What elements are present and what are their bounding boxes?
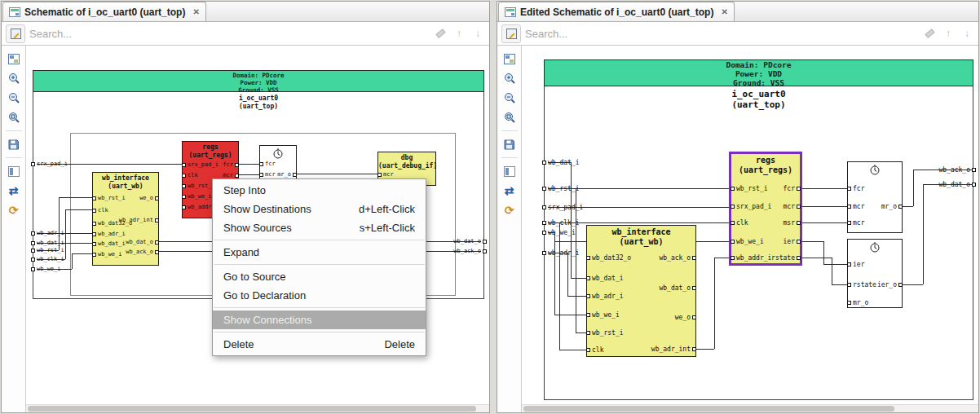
- port-ier[interactable]: ier: [784, 237, 801, 245]
- port-wb_adr_int[interactable]: wb_adr_int: [119, 217, 159, 223]
- port-wb_adr_i[interactable]: wb_adr_i: [586, 292, 624, 300]
- zoom-in-button[interactable]: [500, 69, 519, 87]
- search-next-icon[interactable]: ↓: [960, 26, 974, 41]
- output-pin-wb_dat_o[interactable]: wb_dat_o: [938, 180, 976, 188]
- port-wb_we_i[interactable]: wb_we_i: [182, 193, 212, 200]
- search-mode-button[interactable]: [6, 24, 25, 43]
- port-wb_rst_i[interactable]: wb_rst_i: [92, 195, 126, 201]
- scrollbar-thumb[interactable]: [523, 406, 894, 412]
- port-clk[interactable]: clk: [92, 207, 108, 214]
- port-wb_we_i[interactable]: wb_we_i: [92, 251, 122, 258]
- schematic-canvas[interactable]: Domain: PDcore Power: VDD Ground: VSS i_…: [522, 46, 978, 412]
- port-ier_o[interactable]: ier_o: [877, 280, 903, 288]
- input-pin-srx_pad_i[interactable]: srx_pad_i: [542, 203, 583, 211]
- port-wb_adr_int[interactable]: wb_adr_int: [651, 345, 696, 353]
- port-clk[interactable]: clk: [586, 346, 603, 354]
- search-mode-button[interactable]: [501, 24, 521, 43]
- search-prev-icon[interactable]: ↑: [452, 26, 466, 41]
- port-mr_o[interactable]: mr_o: [881, 202, 903, 210]
- port-mcr[interactable]: mcr: [377, 171, 394, 178]
- input-pin-wb_dat_i[interactable]: wb_dat_i: [542, 158, 580, 166]
- zoom-out-button[interactable]: [500, 89, 519, 107]
- input-pin-srx_pad_i[interactable]: srx_pad_i: [31, 161, 68, 167]
- search-next-icon[interactable]: ↓: [470, 26, 485, 41]
- refresh-button[interactable]: ⟳: [4, 201, 24, 219]
- port-fcr[interactable]: fcr: [223, 161, 239, 168]
- block-wb_interface[interactable]: wb_interface(uart_wb) wb_dat32_o wb_dat_…: [586, 225, 696, 357]
- port-rstate[interactable]: rstate: [847, 280, 876, 288]
- output-pin-wb_ack_o[interactable]: wb_ack_o: [453, 248, 487, 254]
- swap-pins-button[interactable]: ⇄: [4, 182, 24, 200]
- block-wb_interface[interactable]: wb_interface(uart_wb) wb_rst_i clk wb_da…: [92, 172, 159, 266]
- port-wb_dat_o[interactable]: wb_dat_o: [126, 239, 159, 245]
- port-mcr[interactable]: mcr: [847, 202, 864, 210]
- zoom-in-button[interactable]: [4, 69, 24, 87]
- search-input[interactable]: [525, 28, 918, 40]
- input-pin-wb_rst_i[interactable]: wb_rst_i: [542, 184, 580, 192]
- port-we_o[interactable]: we_o: [139, 195, 159, 201]
- input-pin-wb_clk_i[interactable]: wb_clk_i: [31, 256, 64, 262]
- input-pin-wb_dat_i[interactable]: wb_dat_i: [31, 240, 64, 246]
- port-ier[interactable]: ier: [847, 260, 864, 268]
- tab-close-icon[interactable]: ✕: [721, 7, 727, 16]
- port-clk[interactable]: clk: [182, 172, 198, 178]
- input-pin-wb_adr_i[interactable]: wb_adr_i: [542, 249, 580, 257]
- horizontal-scrollbar[interactable]: [522, 404, 978, 412]
- port-msr[interactable]: msr: [784, 218, 801, 227]
- input-pin-wb_rst_i[interactable]: wb_rst_i: [31, 247, 64, 253]
- port-wb_rst_i[interactable]: wb_rst_i: [586, 328, 624, 337]
- overview-button[interactable]: [500, 50, 519, 68]
- block-regs[interactable]: regs(uart_regs) wb_rst_i srx_pad_i clk w…: [729, 152, 802, 266]
- port-mcr[interactable]: mcr: [223, 172, 239, 178]
- zoom-out-button[interactable]: [4, 89, 24, 107]
- menu-item-show-connections[interactable]: Show Connections: [213, 310, 426, 329]
- tab-schematic[interactable]: Schematic of i_oc_uart0 (uart_top) ✕: [2, 2, 206, 21]
- horizontal-scrollbar[interactable]: [26, 404, 489, 412]
- menu-item-delete[interactable]: DeleteDelete: [213, 335, 426, 354]
- port-mcr[interactable]: mcr: [784, 202, 801, 210]
- port-fcr[interactable]: fcr: [847, 184, 864, 192]
- block-clocked2[interactable]: ier rstate mr_o ier_o: [847, 239, 903, 308]
- save-button[interactable]: [500, 135, 519, 153]
- menu-item-show-destinations[interactable]: Show Destinationsd+Left-Click: [213, 200, 426, 218]
- port-wb_we_i[interactable]: wb_we_i: [731, 237, 764, 245]
- port-mcr[interactable]: mcr: [259, 171, 276, 178]
- input-pin-wb_clk_i[interactable]: wb_clk_i: [542, 218, 580, 227]
- port-wb_rst_i[interactable]: wb_rst_i: [731, 184, 768, 192]
- outline-button[interactable]: [500, 162, 519, 180]
- menu-item-go-to-declaration[interactable]: Go to Declaration: [213, 286, 426, 305]
- menu-item-step-into[interactable]: Step Into: [213, 181, 426, 200]
- port-fcr[interactable]: fcr: [259, 161, 276, 167]
- save-button[interactable]: [4, 135, 24, 153]
- input-pin-wb_we_i[interactable]: wb_we_i: [542, 228, 576, 236]
- schematic-canvas[interactable]: Domain: PDcore Power: VDD Ground: VSS i_…: [26, 46, 489, 412]
- port-wb_ack_o[interactable]: wb_ack_o: [659, 253, 696, 262]
- block-clocked1[interactable]: fcr mcr mcr mr_o: [847, 161, 903, 233]
- input-pin-wb_adr_i[interactable]: wb_adr_i: [31, 230, 64, 236]
- port-mr_o[interactable]: mr_o: [277, 171, 297, 178]
- port-wb_ack_o[interactable]: wb_ack_o: [126, 249, 159, 255]
- port-mr_o[interactable]: mr_o: [847, 298, 868, 306]
- output-pin-wb_ack_o[interactable]: wb_ack_o: [938, 165, 976, 174]
- clear-search-icon[interactable]: [922, 26, 937, 41]
- port-wb_adr_i[interactable]: wb_adr_i: [92, 231, 126, 237]
- clear-search-icon[interactable]: [433, 26, 448, 41]
- menu-item-go-to-source[interactable]: Go to Source: [213, 267, 426, 286]
- port-srx_pad_i[interactable]: srx_pad_i: [731, 202, 771, 210]
- outline-button[interactable]: [4, 162, 24, 180]
- port-srx_pad_i[interactable]: srx_pad_i: [182, 161, 219, 168]
- refresh-button[interactable]: ⟳: [500, 201, 519, 219]
- port-wb_addr_i[interactable]: wb_addr_i: [731, 253, 771, 262]
- port-clk[interactable]: clk: [731, 218, 748, 227]
- zoom-fit-button[interactable]: [500, 108, 519, 126]
- search-input[interactable]: [29, 28, 429, 40]
- port-mcr2[interactable]: mcr: [847, 218, 864, 227]
- port-wb_dat_i[interactable]: wb_dat_i: [586, 274, 624, 282]
- input-pin-wb_we_i[interactable]: wb_we_i: [31, 266, 61, 272]
- port-fcr[interactable]: fcr: [784, 184, 801, 192]
- search-prev-icon[interactable]: ↑: [941, 26, 956, 41]
- port-wb_we_i[interactable]: wb_we_i: [586, 310, 620, 319]
- port-wb_dat32_o[interactable]: wb_dat32_o: [586, 253, 631, 262]
- port-wb_rst_i[interactable]: wb_rst_i: [182, 183, 215, 189]
- scrollbar-thumb[interactable]: [28, 406, 476, 412]
